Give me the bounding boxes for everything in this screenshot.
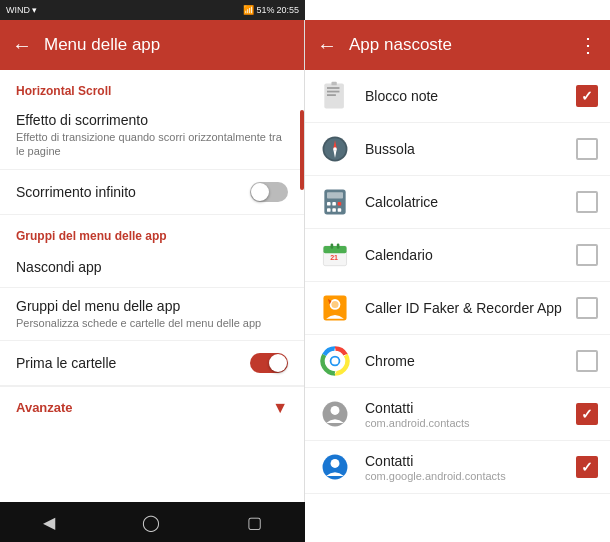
setting-gruppi-desc: Personalizza schede e cartelle del menu … (16, 316, 288, 330)
app-info-callerid: Caller ID Faker & Recorder App (365, 300, 576, 316)
app-name-calcolatrice: Calcolatrice (365, 194, 576, 210)
app-name-bussola: Bussola (365, 141, 576, 157)
setting-prima-title: Prima le cartelle (16, 355, 116, 371)
status-bar-left: WIND ▾ 📶 51% 20:55 (0, 0, 305, 20)
section-header-hscroll: Horizontal Scroll (0, 70, 304, 102)
svg-rect-3 (327, 94, 336, 96)
app-info-chrome: Chrome (365, 353, 576, 369)
svg-point-25 (331, 301, 338, 308)
app-name-chrome: Chrome (365, 353, 576, 369)
app-item-calcolatrice[interactable]: Calcolatrice (305, 176, 610, 229)
setting-scorrimento[interactable]: Scorrimento infinito (0, 170, 304, 215)
setting-gruppi-title: Gruppi del menu delle app (16, 298, 288, 314)
svg-rect-17 (338, 208, 342, 212)
app-item-chrome[interactable]: Chrome (305, 335, 610, 388)
app-info-contatti1: Contatti com.android.contacts (365, 400, 576, 429)
svg-point-33 (331, 406, 340, 415)
app-icon-bussola (317, 131, 353, 167)
setting-scorrimento-title: Scorrimento infinito (16, 184, 136, 200)
svg-rect-11 (327, 192, 343, 198)
app-name-callerid: Caller ID Faker & Recorder App (365, 300, 576, 316)
svg-rect-2 (327, 91, 339, 93)
toggle-prima[interactable] (250, 353, 288, 373)
app-list: Blocco note Bussola (305, 70, 610, 542)
app-info-contatti2: Contatti com.google.android.contacts (365, 453, 576, 482)
checkbox-blocconote[interactable] (576, 85, 598, 107)
app-info-bussola: Bussola (365, 141, 576, 157)
toggle-prima-knob (269, 354, 287, 372)
setting-effetto-desc: Effetto di transizione quando scorri ori… (16, 130, 288, 159)
checkbox-calcolatrice[interactable] (576, 191, 598, 213)
app-name-contatti2: Contatti (365, 453, 576, 469)
nav-recent-left[interactable]: ▢ (247, 513, 262, 532)
toggle-scorrimento[interactable] (250, 182, 288, 202)
app-item-blocconote[interactable]: Blocco note (305, 70, 610, 123)
app-icon-callerid (317, 290, 353, 326)
svg-text:21: 21 (330, 254, 338, 262)
app-package-contatti1: com.android.contacts (365, 417, 576, 429)
toolbar-left: ← Menu delle app (0, 20, 304, 70)
avanzate-row[interactable]: Avanzate ▼ (0, 386, 304, 429)
back-button-right[interactable]: ← (317, 34, 337, 57)
svg-rect-12 (327, 202, 331, 206)
svg-rect-14 (338, 202, 342, 206)
app-info-calcolatrice: Calcolatrice (365, 194, 576, 210)
app-item-callerid[interactable]: Caller ID Faker & Recorder App (305, 282, 610, 335)
svg-rect-1 (327, 87, 339, 89)
checkbox-contatti2[interactable] (576, 456, 598, 478)
app-info-blocconote: Blocco note (365, 88, 576, 104)
app-name-blocconote: Blocco note (365, 88, 576, 104)
app-icon-blocconote (317, 78, 353, 114)
setting-effetto-title: Effetto di scorrimento (16, 112, 288, 128)
setting-nascondi[interactable]: Nascondi app (0, 247, 304, 288)
checkbox-calendario[interactable] (576, 244, 598, 266)
setting-nascondi-title: Nascondi app (16, 259, 102, 275)
more-icon[interactable]: ⋮ (578, 33, 598, 57)
app-icon-contatti2 (317, 449, 353, 485)
svg-point-9 (333, 147, 337, 151)
left-content: Horizontal Scroll Effetto di scorrimento… (0, 70, 304, 542)
scroll-indicator (300, 110, 304, 190)
checkbox-callerid[interactable] (576, 297, 598, 319)
app-item-contatti1[interactable]: Contatti com.android.contacts (305, 388, 610, 441)
checkbox-contatti1[interactable] (576, 403, 598, 425)
setting-prima[interactable]: Prima le cartelle (0, 341, 304, 386)
carrier-left: WIND ▾ (6, 5, 38, 15)
app-info-calendario: Calendario (365, 247, 576, 263)
app-icon-contatti1 (317, 396, 353, 432)
setting-gruppi[interactable]: Gruppi del menu delle app Personalizza s… (0, 288, 304, 341)
app-icon-calendario: 21 (317, 237, 353, 273)
svg-rect-16 (332, 208, 336, 212)
back-button-left[interactable]: ← (12, 34, 32, 57)
checkbox-chrome[interactable] (576, 350, 598, 372)
app-item-calendario[interactable]: 21 Calendario (305, 229, 610, 282)
left-panel: WIND ▾ 📶 51% 20:55 ← Menu delle app Hori… (0, 0, 305, 542)
status-icons-left: 📶 51% 20:55 (243, 5, 299, 15)
avanzate-label: Avanzate (16, 400, 73, 415)
right-panel: WIND ▾ 📶 51% 20:55 ← App nascoste ⋮ (305, 0, 610, 542)
setting-effetto[interactable]: Effetto di scorrimento Effetto di transi… (0, 102, 304, 170)
svg-rect-19 (323, 246, 346, 253)
svg-point-28 (331, 357, 338, 364)
app-icon-chrome (317, 343, 353, 379)
chevron-down-icon: ▼ (272, 399, 288, 417)
toolbar-title-right: App nascoste (349, 35, 566, 55)
app-package-contatti2: com.google.android.contacts (365, 470, 576, 482)
bottom-nav-left: ◀ ◯ ▢ (0, 502, 305, 542)
svg-rect-20 (331, 243, 334, 248)
toolbar-title-left: Menu delle app (44, 35, 292, 55)
app-item-contatti2[interactable]: Contatti com.google.android.contacts (305, 441, 610, 494)
app-icon-calcolatrice (317, 184, 353, 220)
svg-point-35 (331, 459, 340, 468)
section-header-gruppi: Gruppi del menu delle app (0, 215, 304, 247)
app-item-bussola[interactable]: Bussola (305, 123, 610, 176)
nav-home-left[interactable]: ◯ (142, 513, 160, 532)
nav-back-left[interactable]: ◀ (43, 513, 55, 532)
checkbox-bussola[interactable] (576, 138, 598, 160)
app-name-calendario: Calendario (365, 247, 576, 263)
toggle-scorrimento-knob (251, 183, 269, 201)
svg-rect-21 (337, 243, 340, 248)
app-name-contatti1: Contatti (365, 400, 576, 416)
svg-rect-4 (331, 82, 336, 86)
toolbar-right: ← App nascoste ⋮ (305, 20, 610, 70)
